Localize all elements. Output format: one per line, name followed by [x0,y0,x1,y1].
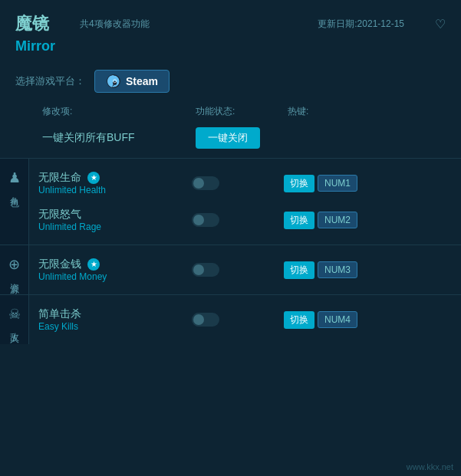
steam-button[interactable]: Steam [94,70,170,93]
heart-icon: ♡ [435,17,446,31]
col-status-header: 功能状态: [196,105,288,118]
onekey-name: 一键关闭所有BUFF [42,131,196,145]
mod-toggle-area [192,263,284,277]
mod-hotkey-area: 切换NUM4 [284,311,452,329]
hotkey-switch-button[interactable]: 切换 [284,212,314,229]
mod-name-area-resources-0: 无限金钱★Unlimited Money [38,258,192,282]
section-content-character: 无限生命★Unlimited Health切换NUM1无限怒气Unlimited… [29,159,461,245]
section-sidebar-enemy: ☠敌人 [0,295,29,344]
app-container: 魔镜 共4项修改器功能 更新日期:2021-12-15 ♡ Mirror 选择游… [0,0,461,476]
mod-name-en: Unlimited Health [38,185,192,195]
section-sidebar-character: ♟角色 [0,159,29,245]
star-badge: ★ [87,172,100,184]
section-label-resources: 资源 [8,276,21,279]
mod-hotkey-area: 切换NUM3 [284,261,452,279]
mod-row-character-1: 无限怒气Unlimited Rage切换NUM2 [38,202,452,238]
game-title-en: Mirror [15,38,446,54]
hotkey-switch-button[interactable]: 切换 [284,261,314,279]
mod-toggle-area [192,176,284,190]
section-enemy: ☠敌人简单击杀Easy Kills切换NUM4 [0,294,461,344]
mod-row-resources-0: 无限金钱★Unlimited Money切换NUM3 [38,251,452,288]
section-label-enemy: 敌人 [8,326,21,329]
star-badge: ★ [87,258,100,271]
mod-name-area-character-0: 无限生命★Unlimited Health [38,171,192,195]
hotkey-switch-button[interactable]: 切换 [284,311,314,329]
platform-label: 选择游戏平台： [15,74,85,88]
onekey-row: 一键关闭所有BUFF 一键关闭 [0,121,461,155]
mod-toggle[interactable] [192,263,219,277]
mod-hotkey-area: 切换NUM1 [284,175,452,192]
section-content-resources: 无限金钱★Unlimited Money切换NUM3 [29,245,461,294]
platform-row: 选择游戏平台： Steam [0,62,461,100]
section-icon-enemy: ☠ [8,306,21,323]
sections-container: ♟角色无限生命★Unlimited Health切换NUM1无限怒气Unlimi… [0,158,461,344]
header-top: 魔镜 共4项修改器功能 更新日期:2021-12-15 ♡ [15,12,446,35]
hotkey-key: NUM4 [318,311,357,328]
mod-toggle[interactable] [192,313,219,327]
mod-toggle[interactable] [192,176,219,190]
section-icon-character: ♟ [8,169,21,186]
column-headers: 修改项: 功能状态: 热键: [0,100,461,121]
mod-row-character-0: 无限生命★Unlimited Health切换NUM1 [38,165,452,202]
hotkey-key: NUM2 [318,212,357,228]
mod-name-en: Unlimited Rage [38,222,192,232]
section-sidebar-resources: ⊕资源 [0,245,29,294]
mod-hotkey-area: 切换NUM2 [284,212,452,229]
mod-toggle-area [192,213,284,227]
mod-toggle-area [192,313,284,327]
section-icon-resources: ⊕ [8,256,20,273]
section-character: ♟角色无限生命★Unlimited Health切换NUM1无限怒气Unlimi… [0,158,461,245]
game-info: 共4项修改器功能 [80,18,150,31]
col-hotkey-header: 热键: [288,105,446,118]
section-label-character: 角色 [8,189,21,192]
section-content-enemy: 简单击杀Easy Kills切换NUM4 [29,295,461,344]
mod-name-en: Easy Kills [38,321,192,332]
mod-toggle[interactable] [192,213,219,227]
game-title-cn: 魔镜 [15,12,49,35]
game-date: 更新日期:2021-12-15 [318,18,404,31]
steam-label: Steam [126,75,158,87]
onekey-button[interactable]: 一键关闭 [196,127,260,149]
hotkey-key: NUM3 [318,261,357,278]
section-resources: ⊕资源无限金钱★Unlimited Money切换NUM3 [0,245,461,294]
steam-icon [106,74,121,89]
watermark: www.kkx.net [407,462,453,471]
mod-name-area-enemy-0: 简单击杀Easy Kills [38,307,192,332]
mod-row-enemy-0: 简单击杀Easy Kills切换NUM4 [38,301,452,338]
mod-name-cn: 无限怒气 [38,208,192,222]
mod-name-en: Unlimited Money [38,271,192,282]
mod-name-cn: 无限生命★ [38,171,192,185]
hotkey-key: NUM1 [318,175,357,192]
header: 魔镜 共4项修改器功能 更新日期:2021-12-15 ♡ Mirror [0,0,461,62]
hotkey-switch-button[interactable]: 切换 [284,175,314,192]
mod-name-cn: 无限金钱★ [38,258,192,271]
mod-name-area-character-1: 无限怒气Unlimited Rage [38,208,192,232]
col-mod-header: 修改项: [42,105,196,118]
mod-name-cn: 简单击杀 [38,307,192,321]
